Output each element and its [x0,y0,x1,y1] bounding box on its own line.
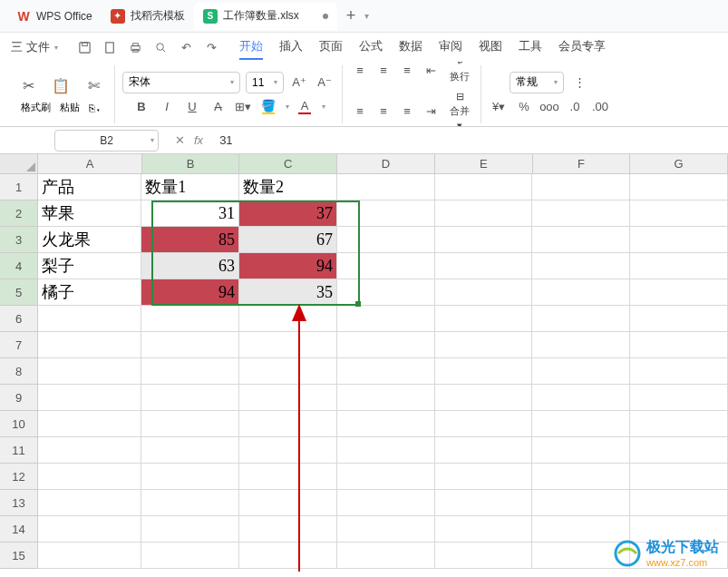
cell[interactable] [337,332,435,358]
cell[interactable] [435,464,533,490]
cell[interactable]: 数量2 [239,174,337,200]
align-middle-icon[interactable]: ≡ [374,62,393,80]
cell[interactable] [435,411,533,437]
dec-dec-icon[interactable]: .00 [590,97,610,117]
fx-icon[interactable]: fx [194,133,203,147]
row-header[interactable]: 11 [0,437,38,464]
cell[interactable] [141,385,239,411]
cell[interactable] [532,490,630,516]
cell[interactable] [435,174,533,200]
currency-icon[interactable]: ¥▾ [489,97,509,117]
strikethrough-button[interactable]: A̶ [208,97,228,117]
cell[interactable] [141,464,239,490]
cell[interactable]: 产品 [38,174,141,200]
cell[interactable]: 35 [239,279,337,306]
border-button[interactable]: ⊞▾ [233,97,253,117]
cell[interactable] [141,332,239,358]
cell[interactable] [532,306,630,332]
cell[interactable] [435,227,533,253]
cell[interactable]: 37 [239,200,337,227]
italic-button[interactable]: I [157,97,177,117]
font-color-button[interactable]: A [295,97,315,117]
tab-review[interactable]: 审阅 [439,34,462,60]
cell[interactable] [337,227,435,253]
align-top-icon[interactable]: ≡ [350,62,370,80]
copy-icon[interactable]: ⎘▾ [89,103,102,113]
row-header[interactable]: 1 [0,174,38,200]
formula-input[interactable]: 31 [212,133,728,147]
cell[interactable] [38,385,141,411]
tab-page[interactable]: 页面 [319,34,343,60]
col-header-f[interactable]: F [533,154,631,173]
cell[interactable] [141,490,239,516]
decrease-font-icon[interactable]: A⁻ [315,73,335,93]
tab-data[interactable]: 数据 [399,34,422,60]
row-header[interactable]: 9 [0,385,38,411]
cell[interactable] [239,437,337,464]
col-header-d[interactable]: D [337,154,435,173]
sum-icon[interactable]: ⋮ [569,73,589,93]
cell[interactable] [435,437,533,464]
cell[interactable] [38,437,141,464]
cell[interactable] [435,490,533,516]
align-center-icon[interactable]: ≡ [374,102,393,122]
cell[interactable]: 94 [239,253,337,279]
cell[interactable] [435,385,533,411]
cell[interactable] [337,464,435,490]
row-header[interactable]: 4 [0,253,38,279]
cell[interactable] [337,279,435,306]
cell[interactable] [337,200,435,227]
merge-button[interactable]: ⊟合并▾ [446,89,473,127]
row-header[interactable]: 5 [0,279,38,306]
redo-icon[interactable]: ↷ [205,40,219,54]
cell[interactable] [630,411,728,437]
cell[interactable] [38,358,141,385]
cell[interactable] [239,464,337,490]
tab-document[interactable]: S 工作簿数量.xlsx [194,3,337,30]
cell[interactable] [38,332,141,358]
row-header[interactable]: 7 [0,332,38,358]
cell[interactable] [630,332,728,358]
cell[interactable] [239,411,337,437]
cell[interactable] [239,385,337,411]
cell[interactable] [239,543,337,569]
cell[interactable] [239,358,337,385]
cell[interactable]: 火龙果 [38,227,141,253]
align-left-icon[interactable]: ≡ [350,102,370,122]
tab-tools[interactable]: 工具 [519,34,542,60]
cell[interactable] [337,358,435,385]
cell[interactable] [337,543,435,569]
cell[interactable] [630,200,728,227]
cell[interactable] [435,279,533,306]
comma-icon[interactable]: ooo [539,97,559,117]
tab-app[interactable]: W WPS Office [7,3,102,30]
cell[interactable] [435,332,533,358]
indent-right-icon[interactable]: ⇥ [421,102,441,122]
row-header[interactable]: 8 [0,358,38,385]
cut-button[interactable]: ✄ [80,73,107,97]
cell[interactable] [630,490,728,516]
cell[interactable]: 94 [141,279,239,306]
font-family-select[interactable]: 宋体▾ [122,72,240,93]
print-icon[interactable] [129,40,143,54]
cell[interactable] [337,437,435,464]
cell[interactable] [337,174,435,200]
col-header-a[interactable]: A [38,154,141,173]
cell[interactable] [532,358,630,385]
cell[interactable] [435,543,533,569]
cell[interactable] [435,358,533,385]
col-header-c[interactable]: C [239,154,337,173]
cell[interactable] [532,437,630,464]
tab-template[interactable]: ✦ 找稻壳模板 [102,3,194,30]
bold-button[interactable]: B [131,97,151,117]
cell[interactable] [630,358,728,385]
file-menu[interactable]: 三 文件▾ [7,37,62,57]
cell[interactable] [630,253,728,279]
cell[interactable] [239,516,337,543]
row-header[interactable]: 12 [0,464,38,490]
cell[interactable] [532,227,630,253]
cell[interactable] [630,306,728,332]
paste-button[interactable]: 📋 [47,73,74,97]
cell[interactable] [630,437,728,464]
cell[interactable] [38,516,141,543]
